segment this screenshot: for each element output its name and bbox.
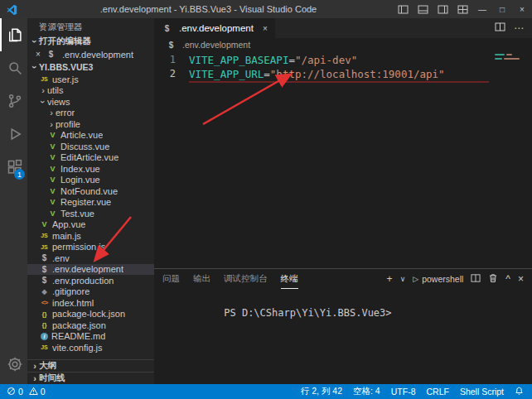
- chevron-right-icon: ›: [47, 119, 56, 129]
- eol-sequence[interactable]: CRLF: [426, 387, 448, 397]
- toggle-secondary-sidebar-icon[interactable]: [433, 0, 452, 18]
- close-editor-icon[interactable]: ×: [34, 50, 42, 59]
- tree-item-Register.vue[interactable]: VRegister.vue: [27, 197, 154, 209]
- settings-gear-icon[interactable]: [0, 348, 27, 381]
- file-name: Test.vue: [60, 209, 94, 219]
- cursor-position[interactable]: 行 2, 列 42: [301, 386, 342, 397]
- maximize-panel-icon[interactable]: ^: [505, 273, 510, 285]
- open-editor-filename: .env.development: [62, 50, 133, 60]
- tree-item-main.js[interactable]: JSmain.js: [27, 230, 154, 242]
- customize-layout-icon[interactable]: [452, 0, 472, 18]
- toggle-primary-sidebar-icon[interactable]: [393, 0, 413, 18]
- status-left: 0 0: [7, 387, 46, 397]
- open-editors-header[interactable]: › 打开的编辑器: [27, 35, 154, 48]
- tree-item-.gitignore[interactable]: ◆.gitignore: [27, 286, 154, 298]
- problems-indicator[interactable]: 0 0: [7, 387, 46, 397]
- tree-item-error[interactable]: ›error: [27, 108, 154, 119]
- split-terminal-icon[interactable]: [471, 273, 481, 286]
- chevron-right-icon: ›: [31, 373, 39, 383]
- minimize-button[interactable]: —: [472, 0, 492, 18]
- vue-file-icon: V: [47, 165, 58, 173]
- file-name: views: [47, 97, 70, 107]
- tree-item-user.js[interactable]: JSuser.js: [27, 74, 154, 85]
- encoding[interactable]: UTF-8: [391, 387, 416, 397]
- search-icon[interactable]: [0, 51, 27, 84]
- tree-item-utils[interactable]: ›utils: [27, 85, 154, 97]
- tree-item-permission.js[interactable]: JSpermission.js: [27, 242, 154, 253]
- equals-operator: =: [288, 54, 295, 66]
- code-line-1[interactable]: VITE_APP_BASEAPI="/api-dev": [184, 53, 532, 67]
- json-file-icon: {}: [39, 321, 50, 329]
- language-mode[interactable]: Shell Script: [460, 387, 504, 397]
- js-file-icon: JS: [39, 244, 50, 250]
- editor-group: $ .env.development × ⋯ $ .env.developmen…: [154, 18, 532, 384]
- tree-item-Discuss.vue[interactable]: VDiscuss.vue: [27, 141, 154, 152]
- line-number-1: 1: [154, 53, 176, 67]
- vue-file-icon: V: [39, 220, 50, 228]
- panel-tabs: 问题 输出 调试控制台 终端: [162, 269, 298, 289]
- tab-label: .env.development: [179, 23, 254, 33]
- tree-item-profile[interactable]: ›profile: [27, 118, 154, 130]
- tree-item-App.vue[interactable]: VApp.vue: [27, 219, 154, 231]
- tree-item-Index.vue[interactable]: VIndex.vue: [27, 163, 154, 175]
- git-file-icon: ◆: [39, 288, 50, 296]
- tree-item-Login.vue[interactable]: VLogin.vue: [27, 175, 154, 186]
- toggle-panel-icon[interactable]: [413, 0, 433, 18]
- tab-terminal[interactable]: 终端: [281, 269, 298, 289]
- outline-section[interactable]: › 大纲: [27, 359, 154, 372]
- tree-item-Article.vue[interactable]: VArticle.vue: [27, 130, 154, 142]
- tree-item-index.html[interactable]: <>index.html: [27, 297, 154, 309]
- panel-header: 问题 输出 调试控制台 终端 + ∨ ▷ powershell: [154, 269, 532, 289]
- tree-item-.env.production[interactable]: $.env.production: [27, 275, 154, 286]
- code-editor[interactable]: 1 2 VITE_APP_BASEAPI="/api-dev" VITE_APP…: [154, 51, 532, 268]
- tab-problems[interactable]: 问题: [162, 269, 180, 289]
- explorer-icon[interactable]: [0, 18, 27, 51]
- more-actions-icon[interactable]: ⋯: [514, 22, 524, 34]
- env-key: VITE_APP_URL: [189, 68, 264, 80]
- kill-terminal-icon[interactable]: [488, 273, 498, 286]
- indentation[interactable]: 空格: 4: [353, 386, 380, 397]
- chevron-down-icon: ›: [30, 37, 40, 46]
- tree-item-package-lock.json[interactable]: {}package-lock.json: [27, 309, 154, 320]
- notifications-bell-icon[interactable]: [515, 387, 524, 397]
- tree-item-.env.development[interactable]: $.env.development: [27, 264, 154, 276]
- tree-item-views[interactable]: ›views: [27, 96, 154, 108]
- file-name: .gitignore: [52, 286, 89, 296]
- main-area: 1 资源管理器 › 打开的编辑器 × $ .env.development › …: [0, 18, 532, 384]
- warnings-icon: [29, 387, 38, 397]
- new-terminal-icon[interactable]: +: [387, 273, 393, 285]
- run-debug-icon[interactable]: [0, 118, 27, 151]
- terminal-output[interactable]: PS D:\CSharp\Yi\Yi.BBS.Vue3>: [154, 289, 532, 384]
- tab-env-development[interactable]: $ .env.development ×: [154, 18, 275, 38]
- terminal-prompt: PS D:\CSharp\Yi\Yi.BBS.Vue3>: [224, 307, 391, 319]
- minimap[interactable]: [495, 54, 525, 62]
- terminal-dropdown-icon[interactable]: ∨: [400, 275, 406, 283]
- maximize-button[interactable]: □: [492, 0, 512, 18]
- chevron-right-icon: ›: [47, 108, 56, 118]
- terminal-shell-selector[interactable]: ▷ powershell: [413, 274, 463, 284]
- code-line-2[interactable]: VITE_APP_URL="http://localhost:19001/api…: [184, 67, 532, 81]
- tree-item-package.json[interactable]: {}package.json: [27, 320, 154, 331]
- split-editor-icon[interactable]: [495, 22, 505, 35]
- shell-file-icon: $: [39, 265, 50, 274]
- tab-debug-console[interactable]: 调试控制台: [224, 269, 268, 289]
- code-content[interactable]: VITE_APP_BASEAPI="/api-dev" VITE_APP_URL…: [184, 51, 532, 268]
- close-tab-icon[interactable]: ×: [263, 24, 268, 33]
- tree-item-EditArticle.vue[interactable]: VEditArticle.vue: [27, 152, 154, 164]
- status-bar: 0 0 行 2, 列 42 空格: 4 UTF-8 CRLF Shell Scr…: [0, 384, 532, 399]
- tree-item-NotFound.vue[interactable]: VNotFound.vue: [27, 185, 154, 197]
- chevron-down-icon: ›: [38, 98, 48, 106]
- extensions-icon[interactable]: 1: [0, 151, 27, 184]
- tree-item-vite.config.js[interactable]: JSvite.config.js: [27, 342, 154, 353]
- project-root-header[interactable]: › YI.BBS.VUE3: [27, 60, 154, 74]
- tab-output[interactable]: 输出: [193, 269, 210, 289]
- source-control-icon[interactable]: [0, 84, 27, 118]
- breadcrumb[interactable]: $ .env.development: [154, 38, 532, 51]
- tree-item-Test.vue[interactable]: VTest.vue: [27, 208, 154, 219]
- open-editor-item[interactable]: × $ .env.development: [27, 48, 154, 60]
- tree-item-README.md[interactable]: iREADME.md: [27, 331, 154, 343]
- close-button[interactable]: ×: [512, 0, 532, 18]
- close-panel-icon[interactable]: ×: [518, 273, 524, 285]
- tree-item-.env[interactable]: $.env: [27, 252, 154, 264]
- timeline-section[interactable]: › 时间线: [27, 372, 154, 384]
